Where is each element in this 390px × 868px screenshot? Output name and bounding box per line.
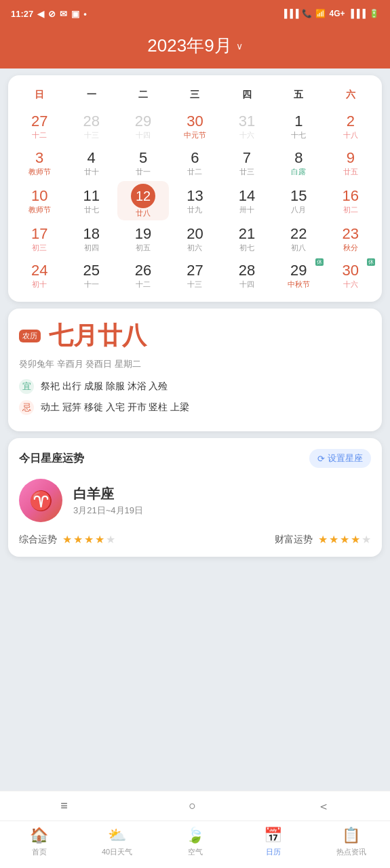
cal-day-sep18[interactable]: 18初四 <box>65 220 117 257</box>
cal-day-sep30[interactable]: 休 30 十六 <box>325 257 376 294</box>
calendar-nav-label: 日历 <box>266 847 281 857</box>
wealth-fortune-label: 财富运势 <box>275 534 313 546</box>
cal-day-sep13[interactable]: 13廿九 <box>169 181 220 220</box>
weekday-header-wed: 三 <box>169 86 220 108</box>
nav-item-news[interactable]: 📋 热点资讯 <box>312 827 390 857</box>
w-star-2: ★ <box>329 533 338 546</box>
chevron-down-icon[interactable]: ∨ <box>236 41 243 52</box>
star-5: ★ <box>106 533 115 546</box>
cal-day-sep28[interactable]: 28十四 <box>221 257 273 294</box>
cal-day-sep9[interactable]: 9廿五 <box>325 144 376 181</box>
horoscope-title: 今日星座运势 <box>19 452 84 466</box>
cal-day-sep24[interactable]: 24初十 <box>14 257 65 294</box>
weekday-header-fri: 五 <box>273 86 324 108</box>
app-header: 2023年9月 ∨ <box>0 27 390 68</box>
nav-item-air[interactable]: 🍃 空气 <box>156 827 234 857</box>
month-text: 2023年9月 <box>147 34 231 58</box>
set-horoscope-button[interactable]: ⟳ 设置星座 <box>309 449 371 468</box>
cal-day-sep19[interactable]: 19初五 <box>117 220 169 257</box>
cal-day-sep17[interactable]: 17初三 <box>14 220 65 257</box>
horoscope-header: 今日星座运势 ⟳ 设置星座 <box>19 449 371 468</box>
cal-day-aug27[interactable]: 27十二 <box>14 108 65 144</box>
overall-fortune: 综合运势 ★ ★ ★ ★ ★ <box>19 533 115 546</box>
cal-day-sep12-today[interactable]: 12 廿八 <box>117 181 169 220</box>
email-icon: ✉ <box>60 9 67 19</box>
phone-icon: 📞 <box>302 9 312 18</box>
cal-day-sep26[interactable]: 26十二 <box>117 257 169 294</box>
cal-day-aug30[interactable]: 30中元节 <box>169 108 220 144</box>
horoscope-sign-name: 白羊座 <box>73 485 143 503</box>
cal-day-sep7[interactable]: 7廿三 <box>221 144 273 181</box>
status-left: 11:27 ◀ ⊘ ✉ ▣ • <box>11 9 87 19</box>
msg-icon: ▣ <box>71 9 79 19</box>
cal-day-sep10[interactable]: 10教师节 <box>14 181 65 220</box>
cal-day-sep22[interactable]: 22初八 <box>273 220 324 257</box>
cal-day-sep23[interactable]: 23秋分 <box>325 220 376 257</box>
air-nav-icon: 🍃 <box>186 827 204 844</box>
star-3: ★ <box>84 533 94 546</box>
month-title[interactable]: 2023年9月 ∨ <box>0 34 390 58</box>
cal-day-sep16[interactable]: 16初二 <box>325 181 376 220</box>
cal-day-sep14[interactable]: 14卅十 <box>221 181 273 220</box>
weekday-header-tue: 二 <box>117 86 169 108</box>
cal-day-sep27[interactable]: 27十三 <box>169 257 220 294</box>
home-button[interactable]: ○ <box>172 793 212 818</box>
ji-text: 动土 冠笄 移徙 入宅 开市 竖柱 上梁 <box>41 399 189 414</box>
cal-day-aug28[interactable]: 28十三 <box>65 108 117 144</box>
horoscope-info: 白羊座 3月21日~4月19日 <box>73 485 143 517</box>
lunar-date-big: 七月廿八 <box>49 319 147 353</box>
weekday-header-sun: 日 <box>14 86 65 108</box>
home-nav-icon: 🏠 <box>30 827 48 844</box>
cal-day-sep3[interactable]: 3教师节 <box>14 144 65 181</box>
aries-sign-icon: ♈ <box>19 479 62 522</box>
news-nav-label: 热点资讯 <box>336 847 366 857</box>
horoscope-body: ♈ 白羊座 3月21日~4月19日 <box>19 479 371 522</box>
cal-day-sep21[interactable]: 21初七 <box>221 220 273 257</box>
signal-icon: ▐▐▐ <box>281 9 299 18</box>
yi-badge: 宜 <box>19 379 34 394</box>
cal-day-sep25[interactable]: 25十一 <box>65 257 117 294</box>
cal-day-sep20[interactable]: 20初六 <box>169 220 220 257</box>
w-star-5: ★ <box>362 533 371 546</box>
weekday-header-thu: 四 <box>221 86 273 108</box>
cal-day-sep6[interactable]: 6廿二 <box>169 144 220 181</box>
w-star-3: ★ <box>340 533 349 546</box>
horoscope-card: 今日星座运势 ⟳ 设置星座 ♈ 白羊座 3月21日~4月19日 综合运势 ★ ★… <box>8 438 382 557</box>
home-nav-label: 首页 <box>32 847 47 857</box>
overall-fortune-label: 综合运势 <box>19 534 57 546</box>
cal-day-sep4[interactable]: 4廿十 <box>65 144 117 181</box>
wealth-fortune: 财富运势 ★ ★ ★ ★ ★ <box>275 533 371 546</box>
ji-badge: 忌 <box>19 400 34 415</box>
nav-item-weather[interactable]: ⛅ 40日天气 <box>78 827 156 857</box>
cal-day-sep29[interactable]: 休 29 中秋节 <box>273 257 324 294</box>
yi-text: 祭祀 出行 成服 除服 沐浴 入殓 <box>41 378 168 393</box>
cal-day-sep5[interactable]: 5廿一 <box>117 144 169 181</box>
cal-day-aug29[interactable]: 29十四 <box>117 108 169 144</box>
cal-day-sep1[interactable]: 1十七 <box>273 108 324 144</box>
status-bar: 11:27 ◀ ⊘ ✉ ▣ • ▐▐▐ 📞 📶 4G+ ▐▐▐ 🔋 <box>0 0 390 27</box>
w-star-4: ★ <box>351 533 360 546</box>
menu-button[interactable]: ≡ <box>44 793 84 818</box>
back-button[interactable]: ＜ <box>301 793 346 820</box>
nongli-badge: 农历 <box>19 330 41 342</box>
status-right: ▐▐▐ 📞 📶 4G+ ▐▐▐ 🔋 <box>281 9 379 18</box>
network-label: 4G+ <box>329 9 345 18</box>
cal-day-sep11[interactable]: 11廿七 <box>65 181 117 220</box>
compass-icon: ⊘ <box>48 9 56 19</box>
calendar-grid: 日 一 二 三 四 五 六 27十二 28十三 29十四 30中元节 31十六 … <box>14 86 376 294</box>
cal-day-sep8[interactable]: 8白露 <box>273 144 324 181</box>
cal-day-sep2[interactable]: 2十八 <box>325 108 376 144</box>
nav-item-home[interactable]: 🏠 首页 <box>0 827 78 857</box>
star-4: ★ <box>95 533 104 546</box>
cal-day-sep15[interactable]: 15八月 <box>273 181 324 220</box>
cal-day-aug31[interactable]: 31十六 <box>221 108 273 144</box>
weather-nav-label: 40日天气 <box>102 847 132 857</box>
system-nav: ≡ ○ ＜ <box>0 791 390 821</box>
holiday-rest-badge-29: 休 <box>315 258 324 266</box>
calendar-card: 日 一 二 三 四 五 六 27十二 28十三 29十四 30中元节 31十六 … <box>8 75 382 302</box>
bottom-navigation: 🏠 首页 ⛅ 40日天气 🍃 空气 📅 日历 📋 热点资讯 <box>0 821 390 868</box>
location-icon: ◀ <box>37 9 44 19</box>
wealth-stars: ★ ★ ★ ★ ★ <box>318 533 371 546</box>
weather-nav-icon: ⛅ <box>108 827 126 844</box>
nav-item-calendar[interactable]: 📅 日历 <box>234 827 312 857</box>
